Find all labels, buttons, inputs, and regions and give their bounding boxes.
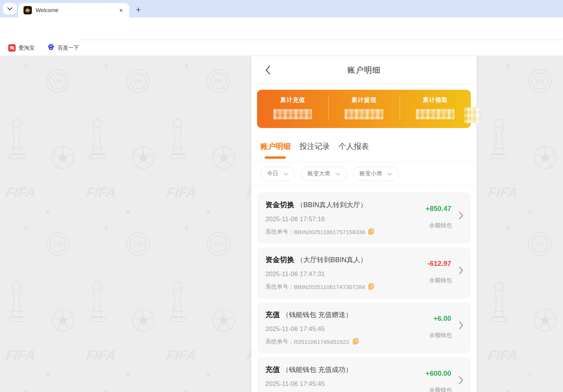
copy-icon[interactable] (368, 228, 374, 236)
chevron-right-icon[interactable] (459, 266, 463, 276)
filter-minor-category-dropdown[interactable]: 账变小类 (353, 167, 399, 181)
chevron-down-icon (336, 170, 340, 177)
summary-card: 累计充值 累计提现 累计领取 (257, 90, 471, 128)
transaction-list: 资金切换 （BBIN真人转到大厅） 2025-11-06 17:57:16 系统… (251, 186, 477, 392)
wallet-type: 余额钱包 (429, 222, 452, 229)
transaction-row[interactable]: 充值 （钱能钱包 充值赠送） 2025-11-06 17:45:45 系统单号：… (257, 302, 471, 353)
transaction-title: 充值 （钱能钱包 充值赠送） (265, 310, 463, 320)
chevron-right-icon[interactable] (459, 376, 463, 386)
transaction-type: 充值 (265, 310, 280, 320)
transaction-detail: （BBIN真人转到大厅） (296, 200, 367, 209)
transaction-amount: +600.00 (426, 369, 451, 378)
bookmarks-bar: 淘 爱淘宝 du 百度一下 (0, 40, 563, 56)
filter-row: 今日 账变大类 账变小类 (251, 162, 477, 186)
transaction-row[interactable]: 资金切换 （BBIN真人转到大厅） 2025-11-06 17:57:16 系统… (257, 192, 471, 244)
tab-personal-report[interactable]: 个人报表 (339, 141, 369, 158)
summary-label: 累计领取 (423, 96, 448, 104)
bookmark-label: 百度一下 (58, 45, 79, 52)
chevron-down-icon (7, 7, 13, 11)
summary-label: 累计提现 (351, 96, 376, 104)
blurred-value (416, 109, 455, 119)
chevron-right-icon[interactable] (459, 321, 463, 331)
order-number-value: R2511061745451522 (294, 339, 350, 345)
divider (328, 95, 329, 120)
transaction-amount: -612.97 (427, 259, 451, 268)
new-tab-button[interactable]: + (133, 4, 144, 16)
tabs-row: 账户明细 投注记录 个人报表 (251, 138, 477, 162)
transaction-row[interactable]: 资金切换 （大厅转到BBIN真人） 2025-11-06 17:47:31 系统… (257, 247, 471, 298)
blurred-value (273, 109, 312, 119)
baidu-paw-icon: du (47, 44, 55, 52)
filter-date-dropdown[interactable]: 今日 (260, 167, 295, 181)
blurred-value (345, 109, 383, 119)
transaction-type: 充值 (265, 365, 280, 375)
order-number-label: 系统单号： (265, 228, 294, 236)
transaction-order-row: 系统单号： BBIN202511061747307284 (265, 283, 463, 291)
transaction-detail: （钱能钱包 充值成功） (282, 365, 352, 374)
order-number-label: 系统单号： (265, 338, 294, 345)
filter-label: 账变小类 (359, 170, 382, 177)
bookmark-baidu[interactable]: du 百度一下 (47, 44, 79, 52)
transaction-amount: +6.00 (433, 314, 451, 323)
copy-icon[interactable] (368, 283, 374, 291)
tab-close-icon[interactable]: ✕ (117, 6, 125, 14)
filter-major-category-dropdown[interactable]: 账变大类 (301, 167, 347, 181)
transaction-order-row: 系统单号： R2511061745451522 (265, 338, 463, 346)
blur-overflow-patch (464, 107, 481, 123)
chevron-down-icon (284, 170, 289, 177)
wallet-type: 余额钱包 (429, 277, 452, 284)
app-panel: 账户明细 累计充值 累计提现 累计领取 账户明细 投注记录 个人报表 (251, 56, 477, 392)
summary-total-withdraw: 累计提现 (328, 90, 400, 128)
transaction-detail: （钱能钱包 充值赠送） (282, 310, 352, 319)
tab-account-details[interactable]: 账户明细 (260, 141, 291, 158)
order-number-label: 系统单号： (265, 283, 294, 290)
filter-label: 今日 (267, 170, 278, 177)
summary-label: 累计充值 (280, 96, 305, 104)
browser-toolbar: 175616.cc/reports/index (0, 17, 563, 40)
order-number-value: BBIN202511061747307284 (294, 284, 365, 290)
wallet-type: 余额钱包 (429, 387, 452, 392)
svg-text:du: du (50, 47, 52, 50)
transaction-order-row: 系统单号： BBIN202511061757156336 (265, 228, 463, 236)
browser-tabstrip: Welcome ✕ + (0, 0, 563, 17)
bookmark-aitaobao[interactable]: 淘 爱淘宝 (8, 44, 35, 52)
chevron-right-icon[interactable] (459, 211, 463, 221)
filter-label: 账变大类 (307, 170, 330, 177)
divider (400, 95, 400, 120)
taobao-icon: 淘 (8, 44, 16, 52)
site-favicon-icon (24, 6, 32, 14)
tab-search-button[interactable] (3, 3, 17, 14)
transaction-row[interactable]: 充值 （钱能钱包 充值成功） 2025-11-06 17:45:45 系统单号：… (257, 357, 471, 392)
summary-total-claimed: 累计领取 (400, 90, 471, 128)
active-tab-underline (265, 156, 286, 159)
transaction-type: 资金切换 (265, 255, 294, 265)
tab-title: Welcome (36, 7, 117, 13)
wallet-type: 余额钱包 (429, 332, 452, 339)
order-number-value: BBIN202511061757156336 (294, 229, 365, 235)
chevron-down-icon (387, 170, 392, 177)
tab-bet-records[interactable]: 投注记录 (300, 141, 330, 158)
transaction-amount: +850.47 (426, 205, 451, 213)
browser-tab[interactable]: Welcome ✕ (18, 3, 129, 17)
back-chevron-icon[interactable] (262, 64, 273, 76)
page-header: 账户明细 (251, 56, 477, 84)
copy-icon[interactable] (353, 338, 359, 346)
summary-total-deposit: 累计充值 (257, 90, 328, 128)
transaction-detail: （大厅转到BBIN真人） (296, 255, 367, 264)
transaction-type: 资金切换 (265, 200, 294, 210)
bookmark-label: 爱淘宝 (19, 45, 35, 52)
page-title: 账户明细 (347, 65, 381, 75)
